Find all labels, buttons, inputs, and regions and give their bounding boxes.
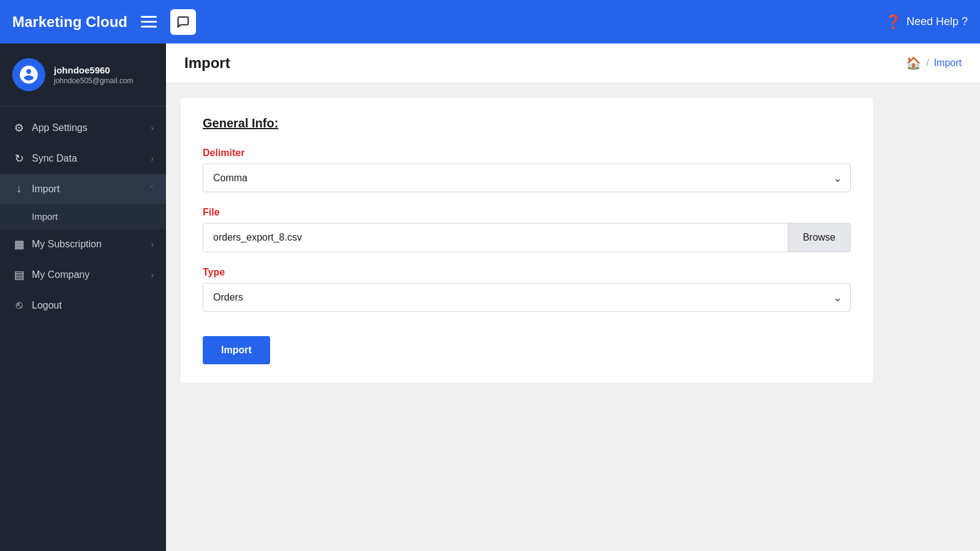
breadcrumb: 🏠 / Import bbox=[906, 56, 962, 70]
company-icon: ▤ bbox=[12, 268, 26, 282]
home-icon[interactable]: 🏠 bbox=[906, 56, 921, 70]
type-label: Type bbox=[203, 267, 851, 278]
page-title: Import bbox=[184, 54, 230, 72]
delimiter-label: Delimiter bbox=[203, 148, 851, 159]
help-icon: ❓ bbox=[885, 14, 902, 30]
user-info: johndoe5960 johndoe505@gmail.com bbox=[54, 65, 134, 85]
sidebar-label-my-subscription: My Subscription bbox=[32, 239, 102, 250]
file-input-row: Browse bbox=[203, 223, 851, 252]
logout-icon: ⎋ bbox=[12, 299, 26, 312]
avatar bbox=[12, 58, 45, 91]
sidebar-sublabel-import: Import bbox=[32, 211, 58, 222]
import-button[interactable]: Import bbox=[203, 336, 270, 364]
sync-icon: ↻ bbox=[12, 152, 26, 165]
main-layout: johndoe5960 johndoe505@gmail.com ⚙ App S… bbox=[0, 43, 980, 551]
content-area: Import 🏠 / Import General Info: Delimite… bbox=[166, 43, 980, 551]
sidebar-item-my-subscription[interactable]: ▦ My Subscription › bbox=[0, 229, 166, 260]
top-nav-left: Marketing Cloud bbox=[12, 9, 196, 35]
chevron-right-icon: › bbox=[151, 239, 154, 249]
breadcrumb-current: Import bbox=[934, 58, 962, 69]
section-title: General Info: bbox=[203, 116, 851, 130]
content-header: Import 🏠 / Import bbox=[166, 43, 980, 83]
chevron-right-icon: › bbox=[151, 123, 154, 133]
sidebar-item-logout[interactable]: ⎋ Logout bbox=[0, 290, 166, 320]
sidebar-nav: ⚙ App Settings › ↻ Sync Data › ↓ Import bbox=[0, 107, 166, 551]
user-name: johndoe5960 bbox=[54, 65, 134, 75]
content-body: General Info: Delimiter Comma Semicolon … bbox=[166, 83, 980, 551]
help-label: Need Help ? bbox=[907, 15, 968, 28]
sidebar-item-sync-data[interactable]: ↻ Sync Data › bbox=[0, 143, 166, 174]
sidebar-label-app-settings: App Settings bbox=[32, 122, 88, 133]
delimiter-field-group: Delimiter Comma Semicolon Tab Pipe ⌄ bbox=[203, 148, 851, 192]
type-field-group: Type Orders Products Customers Contacts … bbox=[203, 267, 851, 312]
help-link[interactable]: ❓ Need Help ? bbox=[885, 14, 968, 30]
sidebar-item-import[interactable]: ↓ Import ˅ bbox=[0, 174, 166, 204]
chevron-right-icon: › bbox=[151, 154, 154, 163]
user-section: johndoe5960 johndoe505@gmail.com bbox=[0, 43, 166, 107]
top-nav: Marketing Cloud ❓ Need Help ? bbox=[0, 0, 980, 43]
file-label: File bbox=[203, 207, 851, 218]
notification-button[interactable] bbox=[170, 9, 196, 35]
gear-icon: ⚙ bbox=[12, 121, 26, 135]
type-select[interactable]: Orders Products Customers Contacts bbox=[203, 283, 851, 312]
sidebar-label-logout: Logout bbox=[32, 300, 62, 311]
sidebar-item-app-settings[interactable]: ⚙ App Settings › bbox=[0, 113, 166, 143]
delimiter-select[interactable]: Comma Semicolon Tab Pipe bbox=[203, 163, 851, 192]
download-icon: ↓ bbox=[12, 182, 26, 195]
sidebar: johndoe5960 johndoe505@gmail.com ⚙ App S… bbox=[0, 43, 166, 551]
subscription-icon: ▦ bbox=[12, 238, 26, 251]
sidebar-label-sync-data: Sync Data bbox=[32, 153, 77, 164]
sidebar-subitem-import[interactable]: Import bbox=[0, 204, 166, 229]
breadcrumb-separator: / bbox=[926, 58, 929, 69]
chevron-right-icon: › bbox=[151, 270, 154, 280]
sidebar-label-import: Import bbox=[32, 184, 59, 195]
form-card: General Info: Delimiter Comma Semicolon … bbox=[181, 98, 873, 383]
file-input[interactable] bbox=[203, 223, 788, 252]
sidebar-label-my-company: My Company bbox=[32, 269, 89, 280]
type-select-wrapper: Orders Products Customers Contacts ⌄ bbox=[203, 283, 851, 312]
chevron-down-icon: ˅ bbox=[149, 184, 154, 194]
sidebar-item-my-company[interactable]: ▤ My Company › bbox=[0, 260, 166, 290]
file-field-group: File Browse bbox=[203, 207, 851, 252]
browse-button[interactable]: Browse bbox=[788, 223, 850, 252]
delimiter-select-wrapper: Comma Semicolon Tab Pipe ⌄ bbox=[203, 163, 851, 192]
app-title: Marketing Cloud bbox=[12, 13, 127, 31]
hamburger-button[interactable] bbox=[137, 12, 160, 31]
user-email: johndoe505@gmail.com bbox=[54, 77, 134, 85]
